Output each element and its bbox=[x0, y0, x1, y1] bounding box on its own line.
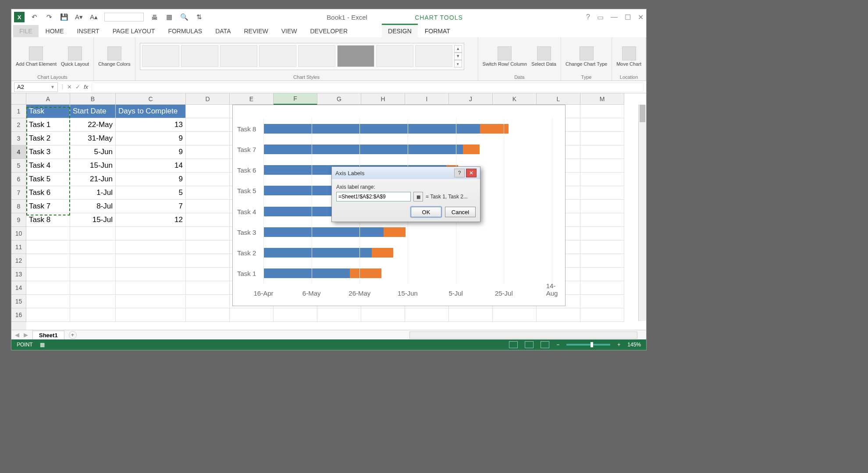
cell-D2[interactable] bbox=[186, 118, 230, 132]
row-header-4[interactable]: 4 bbox=[11, 145, 26, 159]
cell-B15[interactable] bbox=[70, 295, 116, 308]
chart-bar-segment-duration[interactable] bbox=[372, 248, 393, 258]
tab-insert[interactable]: INSERT bbox=[71, 25, 106, 37]
row-header-1[interactable]: 1 bbox=[11, 105, 26, 118]
chart-bar-segment-duration[interactable] bbox=[384, 227, 405, 237]
cell-M3[interactable] bbox=[580, 132, 624, 145]
column-header-G[interactable]: G bbox=[317, 93, 361, 105]
ribbon-options-icon[interactable]: ▭ bbox=[597, 13, 604, 21]
cell-B9[interactable]: 15-Jul bbox=[70, 213, 116, 227]
cell-A3[interactable]: Task 2 bbox=[26, 132, 70, 145]
cell-F16[interactable] bbox=[274, 308, 317, 322]
cell-E16[interactable] bbox=[230, 308, 274, 322]
cell-B7[interactable]: 1-Jul bbox=[70, 186, 116, 200]
cancel-formula-icon[interactable]: ✕ bbox=[67, 84, 72, 90]
cell-A2[interactable]: Task 1 bbox=[26, 118, 70, 132]
column-header-J[interactable]: J bbox=[449, 93, 493, 105]
cell-B6[interactable]: 21-Jun bbox=[70, 173, 116, 186]
dialog-titlebar[interactable]: Axis Labels ? ✕ bbox=[332, 167, 480, 179]
chart-bar-segment-start[interactable] bbox=[263, 248, 372, 258]
cell-C14[interactable] bbox=[116, 281, 186, 295]
chart-style-8[interactable] bbox=[415, 45, 452, 67]
cell-A15[interactable] bbox=[26, 295, 70, 308]
dialog-close-icon[interactable]: ✕ bbox=[466, 169, 477, 177]
row-header-14[interactable]: 14 bbox=[11, 281, 26, 295]
column-header-F[interactable]: F bbox=[274, 93, 317, 105]
cell-L16[interactable] bbox=[537, 308, 580, 322]
cell-D10[interactable] bbox=[186, 227, 230, 240]
column-header-I[interactable]: I bbox=[405, 93, 449, 105]
sheet-tab-1[interactable]: Sheet1 bbox=[32, 331, 64, 339]
cell-M9[interactable] bbox=[580, 213, 624, 227]
cell-M5[interactable] bbox=[580, 159, 624, 173]
fx-icon[interactable]: fx bbox=[84, 84, 88, 90]
column-header-E[interactable]: E bbox=[230, 93, 274, 105]
cell-C15[interactable] bbox=[116, 295, 186, 308]
cell-J16[interactable] bbox=[449, 308, 493, 322]
cell-D15[interactable] bbox=[186, 295, 230, 308]
page-break-view-icon[interactable] bbox=[541, 341, 549, 348]
cell-A10[interactable] bbox=[26, 227, 70, 240]
cell-C1[interactable]: Days to Complete bbox=[116, 105, 186, 118]
close-icon[interactable]: ✕ bbox=[638, 13, 644, 21]
cell-C8[interactable]: 7 bbox=[116, 200, 186, 213]
cell-C6[interactable]: 9 bbox=[116, 173, 186, 186]
move-chart-button[interactable]: Move Chart bbox=[616, 46, 641, 67]
tab-file[interactable]: FILE bbox=[13, 25, 39, 37]
cell-B5[interactable]: 15-Jun bbox=[70, 159, 116, 173]
row-header-16[interactable]: 16 bbox=[11, 308, 26, 322]
sheet-nav-prev-icon[interactable]: ◀ bbox=[15, 332, 19, 338]
cell-M4[interactable] bbox=[580, 145, 624, 159]
cell-D12[interactable] bbox=[186, 254, 230, 268]
cell-B13[interactable] bbox=[70, 268, 116, 281]
chart-style-7[interactable] bbox=[376, 45, 413, 67]
select-all-corner[interactable] bbox=[11, 93, 26, 105]
zoom-level[interactable]: 145% bbox=[627, 342, 641, 348]
row-header-3[interactable]: 3 bbox=[11, 132, 26, 145]
column-header-H[interactable]: H bbox=[361, 93, 405, 105]
cell-K16[interactable] bbox=[493, 308, 537, 322]
chart-bar-segment-start[interactable] bbox=[263, 124, 480, 134]
cell-M10[interactable] bbox=[580, 227, 624, 240]
cell-A6[interactable]: Task 5 bbox=[26, 173, 70, 186]
cell-A12[interactable] bbox=[26, 254, 70, 268]
sheet-nav-next-icon[interactable]: ▶ bbox=[24, 332, 28, 338]
gallery-down-icon[interactable]: ▼ bbox=[454, 53, 462, 60]
tab-page-layout[interactable]: PAGE LAYOUT bbox=[107, 25, 161, 37]
ok-button[interactable]: OK bbox=[411, 207, 441, 217]
collapse-dialog-icon[interactable]: ▦ bbox=[413, 192, 423, 201]
row-header-5[interactable]: 5 bbox=[11, 159, 26, 173]
column-header-K[interactable]: K bbox=[493, 93, 537, 105]
cell-M15[interactable] bbox=[580, 295, 624, 308]
zoom-in-icon[interactable]: + bbox=[617, 342, 620, 348]
select-data-button[interactable]: Select Data bbox=[531, 46, 556, 67]
cell-M11[interactable] bbox=[580, 240, 624, 254]
axis-range-input[interactable] bbox=[336, 192, 411, 201]
tab-home[interactable]: HOME bbox=[39, 25, 70, 37]
macro-record-icon[interactable]: ▦ bbox=[40, 342, 45, 348]
cell-D16[interactable] bbox=[186, 308, 230, 322]
row-header-10[interactable]: 10 bbox=[11, 227, 26, 240]
cell-H16[interactable] bbox=[361, 308, 405, 322]
cell-D3[interactable] bbox=[186, 132, 230, 145]
chart-style-4[interactable] bbox=[259, 45, 296, 67]
cell-A4[interactable]: Task 3 bbox=[26, 145, 70, 159]
row-header-15[interactable]: 15 bbox=[11, 295, 26, 308]
gallery-up-icon[interactable]: ▲ bbox=[454, 45, 462, 53]
cell-D9[interactable] bbox=[186, 213, 230, 227]
cell-M13[interactable] bbox=[580, 268, 624, 281]
cell-C10[interactable] bbox=[116, 227, 186, 240]
chart-bar-segment-duration[interactable] bbox=[480, 124, 509, 134]
cell-M2[interactable] bbox=[580, 118, 624, 132]
cell-A14[interactable] bbox=[26, 281, 70, 295]
cell-A13[interactable] bbox=[26, 268, 70, 281]
column-header-B[interactable]: B bbox=[70, 93, 116, 105]
normal-view-icon[interactable] bbox=[509, 341, 518, 348]
change-colors-button[interactable]: Change Colors bbox=[98, 46, 130, 67]
cell-M12[interactable] bbox=[580, 254, 624, 268]
cell-D14[interactable] bbox=[186, 281, 230, 295]
row-header-8[interactable]: 8 bbox=[11, 200, 26, 213]
chart-bar-segment-start[interactable] bbox=[263, 268, 350, 278]
cell-C13[interactable] bbox=[116, 268, 186, 281]
chart-bar-segment-duration[interactable] bbox=[463, 145, 480, 154]
